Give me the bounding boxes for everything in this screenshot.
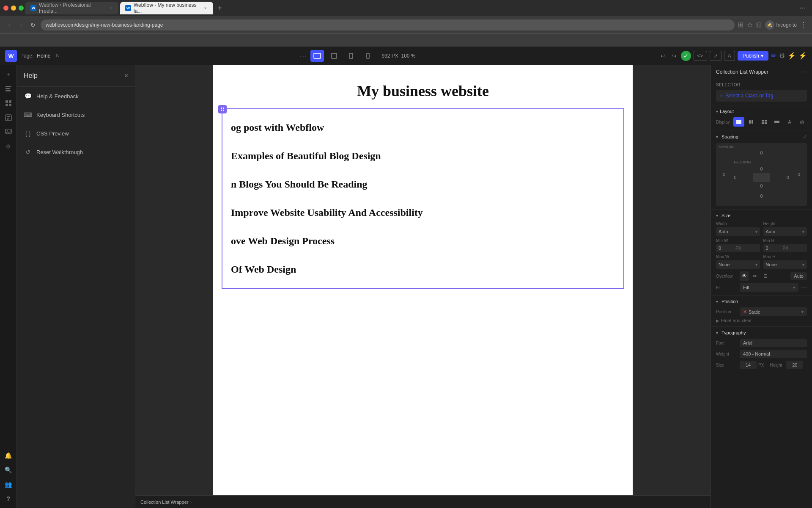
margin-left[interactable]: 0	[723, 172, 725, 177]
incognito-profile[interactable]: 🕵 Incognito	[765, 20, 797, 30]
overflow-hidden-button[interactable]: ⊟	[761, 271, 770, 281]
css-preview-label: CSS Preview	[36, 130, 69, 137]
component-more-button[interactable]: ⋯	[801, 69, 807, 75]
toolbar-sep-1: ⋯	[299, 51, 307, 61]
style-panel-button[interactable]: ✏	[771, 52, 776, 60]
browser-tab-2[interactable]: W Webflow - My new business la... ×	[120, 2, 213, 14]
page-name[interactable]: Home	[37, 53, 50, 59]
overflow-edit-button[interactable]: ✏	[750, 271, 760, 281]
undo-button[interactable]: ↩	[659, 51, 667, 61]
reset-walkthrough-item[interactable]: ↺ Reset Walkthrough	[17, 143, 135, 161]
padding-right[interactable]: 0	[787, 175, 789, 180]
max-h-field: Max H None ▾	[763, 254, 807, 269]
min-w-input[interactable]: 0 PX	[716, 244, 760, 252]
font-select[interactable]: Arial	[740, 339, 807, 347]
notifications-button[interactable]: 🔔	[3, 450, 14, 461]
min-h-input[interactable]: 0 PX	[763, 244, 807, 252]
spacing-section-toggle[interactable]: ▾ Spacing	[716, 134, 738, 139]
sync-button[interactable]: ⊡	[756, 21, 762, 29]
line-height-input[interactable]: 20	[786, 361, 803, 369]
bookmark-button[interactable]: ☆	[747, 21, 753, 29]
collection-list-wrapper[interactable]: og post with Webflow Examples of Beautif…	[222, 108, 624, 289]
view-mobile-s-button[interactable]	[361, 50, 375, 62]
new-tab-button[interactable]: +	[215, 3, 225, 13]
extensions-button[interactable]: ⊞	[738, 21, 743, 29]
margin-right[interactable]: 0	[798, 172, 800, 177]
address-bar[interactable]: webflow.com/design/my-new-business-landi…	[41, 19, 735, 30]
flash-button[interactable]: ⚡	[798, 52, 807, 60]
padding-left[interactable]: 0	[734, 175, 736, 180]
sidebar-item-navigator[interactable]	[3, 83, 14, 95]
float-and-clear[interactable]: ▶ Float and clear	[716, 316, 807, 323]
margin-bottom[interactable]: 0	[723, 193, 800, 199]
blog-item-title: Improve Website Usability And Accessibil…	[231, 207, 615, 218]
browser-tab-1[interactable]: W Webflow › Professional Freela... ×	[25, 2, 118, 14]
save-button[interactable]: ✓	[681, 51, 691, 61]
size-section-toggle[interactable]: ▾ Size	[716, 213, 807, 218]
tab-close-2[interactable]: ×	[203, 5, 208, 11]
padding-top[interactable]: 0	[734, 166, 789, 172]
view-mobile-l-button[interactable]	[344, 50, 358, 62]
svg-rect-6	[5, 90, 11, 91]
back-button[interactable]: ‹	[5, 21, 14, 29]
display-text-button[interactable]: A	[784, 117, 795, 127]
view-tablet-button[interactable]	[327, 50, 341, 62]
publish-button[interactable]: Publish ▾	[738, 51, 768, 61]
keyboard-shortcuts-item[interactable]: ⌨ Keyboard Shortcuts	[17, 105, 135, 124]
help-close-button[interactable]: ×	[124, 72, 128, 80]
max-h-select[interactable]: None ▾	[763, 260, 807, 269]
width-select[interactable]: Auto ▾	[716, 227, 760, 236]
forward-button[interactable]: ›	[17, 21, 25, 29]
margin-top[interactable]: 0	[723, 150, 800, 156]
close-traffic-light[interactable]	[3, 6, 8, 11]
help-button[interactable]: ?	[3, 493, 14, 505]
display-grid-button[interactable]	[759, 117, 770, 127]
spacing-expand-icon[interactable]: ⤢	[803, 134, 807, 140]
display-inline-block-button[interactable]	[771, 117, 782, 127]
height-select[interactable]: Auto ▾	[763, 227, 807, 236]
display-none-button[interactable]: ⊘	[797, 117, 808, 127]
breadcrumb-item[interactable]: Collection List Wrapper	[140, 500, 189, 505]
minimize-traffic-light[interactable]	[11, 6, 16, 11]
share-button[interactable]: ↗	[710, 51, 721, 61]
selector-input[interactable]: + Select a Class or Tag	[716, 90, 807, 102]
position-select[interactable]: ✕ Static ▾	[740, 307, 807, 316]
font-size-unit: PX	[758, 363, 764, 367]
sidebar-item-cms[interactable]	[3, 112, 14, 124]
position-section-toggle[interactable]: ▾ Position	[716, 299, 807, 304]
redo-button[interactable]: ↪	[670, 51, 678, 61]
page-refresh-icon[interactable]: ↻	[55, 53, 60, 59]
maximize-traffic-light[interactable]	[19, 6, 24, 11]
interactions-button[interactable]: ⚡	[787, 52, 796, 60]
preview-button[interactable]: A	[724, 51, 735, 61]
weight-select[interactable]: 400 - Normal	[740, 350, 807, 358]
sidebar-item-add[interactable]: ＋	[3, 69, 14, 80]
team-button[interactable]: 👥	[3, 478, 14, 490]
view-desktop-button[interactable]	[310, 50, 324, 62]
font-size-input[interactable]: 14	[740, 361, 757, 369]
sidebar-item-settings[interactable]: ⚙	[3, 141, 14, 152]
padding-bottom[interactable]: 0	[734, 183, 789, 189]
fit-select[interactable]: Fill ▾	[740, 283, 798, 292]
height-label-typo: Height	[770, 363, 782, 367]
help-feedback-item[interactable]: 💬 Help & Feedback	[17, 87, 135, 105]
menu-button[interactable]: ⋮	[800, 21, 807, 29]
sidebar-item-components[interactable]	[3, 97, 14, 109]
canvas[interactable]: My business website og post with Webflow…	[135, 65, 710, 508]
svg-rect-27	[765, 122, 767, 124]
search-button[interactable]: 🔍	[3, 464, 14, 476]
refresh-button[interactable]: ↻	[29, 21, 37, 29]
layout-section-toggle[interactable]: ▾ Layout	[716, 109, 807, 114]
overflow-auto-button[interactable]: Auto	[790, 272, 807, 280]
display-block-button[interactable]	[733, 117, 744, 127]
css-preview-item[interactable]: { } CSS Preview	[17, 124, 135, 143]
fit-more-button[interactable]: ⋯	[801, 284, 807, 291]
overflow-visible-button[interactable]: 👁	[740, 271, 749, 281]
settings-panel-button[interactable]: ⚙	[779, 52, 785, 60]
max-w-select[interactable]: None ▾	[716, 260, 760, 269]
code-button[interactable]: <>	[694, 51, 707, 61]
sidebar-item-assets[interactable]	[3, 126, 14, 138]
tab-close-1[interactable]: ×	[108, 5, 113, 11]
typography-section-toggle[interactable]: ▾ Typography	[716, 330, 807, 335]
display-flex-button[interactable]	[746, 117, 757, 127]
